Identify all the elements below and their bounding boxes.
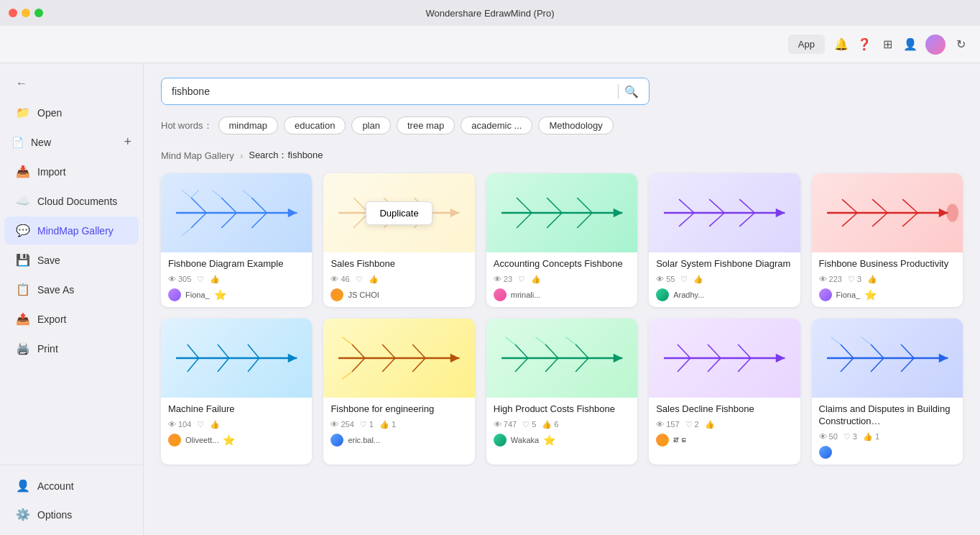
- svg-line-87: [871, 344, 884, 358]
- card-2-heart: ♡: [356, 275, 363, 284]
- card-5-author: Fiona_ ⭐: [819, 288, 956, 301]
- minimize-button[interactable]: [22, 9, 30, 17]
- card-1-author-name: Fiona_: [185, 291, 210, 299]
- svg-line-24: [517, 213, 532, 228]
- hotword-methodology[interactable]: Methodology: [538, 116, 613, 134]
- svg-line-59: [382, 358, 395, 372]
- card-9-heart: ♡ 2: [685, 420, 699, 429]
- sidebar-item-save[interactable]: 💾 Save: [4, 246, 139, 274]
- hotword-mindmap[interactable]: mindmap: [218, 116, 278, 134]
- hotword-plan[interactable]: plan: [351, 116, 391, 134]
- svg-marker-30: [776, 209, 785, 218]
- app-title: Wondershare EdrawMind (Pro): [426, 8, 555, 19]
- export-icon: 📤: [16, 312, 30, 326]
- gallery-grid: Fishbone Diagram Example 👁 305 ♡ 👍 Fiona…: [161, 173, 963, 465]
- card-6-author-name: Oliveett...: [185, 436, 218, 444]
- sidebar-item-new[interactable]: 📄 New +: [0, 127, 143, 157]
- hotword-treemap[interactable]: tree map: [397, 116, 455, 134]
- refresh-icon[interactable]: ↻: [953, 37, 969, 52]
- user-avatar[interactable]: [925, 35, 946, 55]
- app-button[interactable]: App: [788, 35, 825, 54]
- card-8-meta: 👁 747 ♡ 5 👍 6: [494, 420, 630, 429]
- svg-line-39: [842, 199, 857, 213]
- card-5-author-name: Fiona_: [836, 291, 861, 299]
- hotword-academic[interactable]: academic ...: [461, 116, 532, 134]
- sidebar-item-print[interactable]: 🖨️ Print: [4, 334, 139, 362]
- sidebar-item-options[interactable]: ⚙️ Options: [4, 500, 139, 529]
- card-5-heart: ♡ 3: [848, 275, 861, 284]
- sidebar-label-new: New: [31, 137, 51, 148]
- card-4-avatar: [656, 288, 669, 301]
- svg-marker-65: [614, 354, 623, 363]
- grid-icon[interactable]: ⊞: [879, 37, 895, 52]
- card-8-author: Wakaka ⭐: [494, 434, 630, 447]
- duplicate-button[interactable]: Duplicate: [366, 201, 432, 225]
- sidebar-item-cloud[interactable]: ☁️ Cloud Documents: [4, 187, 139, 215]
- card-10[interactable]: Claims and Disputes in Building Construc…: [812, 319, 963, 465]
- card-3-avatar: [494, 288, 507, 301]
- maximize-button[interactable]: [34, 9, 43, 17]
- svg-line-43: [902, 199, 917, 213]
- sidebar-item-import[interactable]: 📥 Import: [4, 157, 139, 186]
- toolbar-icons: 🔔 ❓ ⊞ 👤 ↻: [833, 35, 969, 55]
- card-1[interactable]: Fishbone Diagram Example 👁 305 ♡ 👍 Fiona…: [161, 173, 312, 307]
- hotwords-label: Hot words：: [161, 119, 213, 132]
- sidebar-item-open[interactable]: 📁 Open: [4, 99, 139, 127]
- card-2[interactable]: Duplicate Sales Fishbone 👁 46 ♡ 👍 JS CHO…: [323, 173, 474, 307]
- main-layout: ← 📁 Open 📄 New + 📥 Import ☁️ Cloud Docum…: [0, 63, 980, 535]
- sidebar-label-import: Import: [37, 166, 66, 178]
- user-icon[interactable]: 👤: [902, 37, 918, 52]
- svg-line-3: [191, 213, 206, 228]
- search-button[interactable]: 🔍: [624, 85, 639, 99]
- sidebar-item-saveas[interactable]: 📋 Save As: [4, 275, 139, 303]
- sidebar-item-export[interactable]: 📤 Export: [4, 305, 139, 333]
- card-6[interactable]: Machine Failure 👁 104 ♡ 👍 Oliveett... ⭐: [161, 319, 312, 465]
- card-9-author-name: ສ ຣ: [673, 435, 687, 444]
- card-5[interactable]: Fishbone Business Productivity 👁 223 ♡ 3…: [812, 173, 963, 307]
- saveas-icon: 📋: [16, 283, 30, 296]
- breadcrumb-current: Search：fishbone: [249, 149, 323, 162]
- card-8[interactable]: High Product Costs Fishbone 👁 747 ♡ 5 👍 …: [486, 319, 637, 465]
- close-button[interactable]: [9, 9, 17, 17]
- svg-line-71: [575, 358, 588, 372]
- traffic-lights: [9, 9, 43, 17]
- card-4-title: Solar System Fishbone Diagram: [656, 258, 792, 270]
- notification-icon[interactable]: 🔔: [833, 37, 849, 52]
- card-7-meta: 👁 254 ♡ 1 👍 1: [330, 420, 467, 429]
- card-6-meta: 👁 104 ♡ 👍: [168, 420, 305, 429]
- new-plus-icon[interactable]: +: [124, 134, 131, 150]
- svg-line-53: [248, 358, 259, 372]
- card-9-meta: 👁 157 ♡ 2 👍: [656, 420, 792, 429]
- card-8-heart: ♡ 5: [522, 420, 536, 429]
- breadcrumb-parent[interactable]: Mind Map Gallery: [161, 150, 234, 161]
- svg-marker-84: [938, 354, 948, 363]
- card-3[interactable]: Accounting Concepts Fishbone 👁 23 ♡ 👍 mr…: [486, 173, 637, 307]
- search-input[interactable]: [172, 86, 612, 97]
- svg-line-86: [841, 358, 854, 372]
- card-10-thumbnail: [812, 319, 963, 398]
- card-6-title: Machine Failure: [168, 403, 305, 416]
- svg-line-61: [413, 358, 426, 372]
- card-1-title: Fishbone Diagram Example: [168, 258, 305, 270]
- card-4-thumb: 👍: [693, 275, 703, 284]
- card-3-thumbnail: [486, 173, 637, 252]
- card-7[interactable]: Fishbone for engineering 👁 254 ♡ 1 👍 1 e…: [323, 319, 474, 465]
- card-9[interactable]: Sales Decline Fishbone 👁 157 ♡ 2 👍 ສ ຣ: [649, 319, 800, 465]
- svg-line-26: [547, 213, 562, 228]
- back-button[interactable]: ←: [4, 70, 139, 97]
- svg-line-52: [248, 344, 259, 358]
- hotword-education[interactable]: education: [284, 116, 346, 134]
- import-icon: 📥: [16, 165, 30, 178]
- help-icon[interactable]: ❓: [856, 37, 872, 52]
- sidebar-item-gallery[interactable]: 💬 MindMap Gallery: [4, 216, 139, 244]
- card-7-author-name: eric.bal...: [348, 436, 380, 444]
- sidebar-item-account[interactable]: 👤 Account: [4, 472, 139, 500]
- card-2-thumbnail: Duplicate: [323, 173, 474, 252]
- card-4[interactable]: Solar System Fishbone Diagram 👁 55 ♡ 👍 A…: [649, 173, 800, 307]
- svg-line-92: [861, 337, 871, 344]
- sidebar: ← 📁 Open 📄 New + 📥 Import ☁️ Cloud Docum…: [0, 63, 144, 535]
- card-6-avatar: [168, 434, 181, 447]
- card-3-author: mrinali...: [494, 288, 630, 301]
- svg-line-7: [251, 213, 267, 228]
- card-8-pro-badge: ⭐: [543, 434, 555, 446]
